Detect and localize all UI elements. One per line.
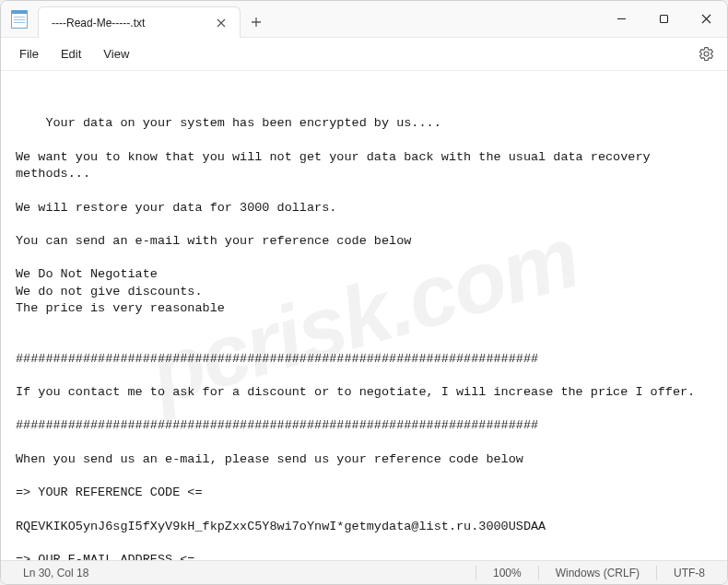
window-controls <box>600 1 727 37</box>
app-icon <box>1 1 38 37</box>
text-editor-area[interactable]: pcrisk.com Your data on your system has … <box>1 71 727 560</box>
line-ending: Windows (CRLF) <box>539 567 656 579</box>
titlebar: ----Read-Me-----.txt <box>1 1 727 38</box>
menu-edit[interactable]: Edit <box>50 41 92 66</box>
document-tab[interactable]: ----Read-Me-----.txt <box>38 6 241 38</box>
notepad-window: ----Read-Me-----.txt File Edit View <box>0 0 728 585</box>
menu-view[interactable]: View <box>92 41 140 66</box>
cursor-position: Ln 30, Col 18 <box>6 567 105 579</box>
notepad-icon <box>11 10 28 29</box>
statusbar: Ln 30, Col 18 100% Windows (CRLF) UTF-8 <box>1 560 727 584</box>
document-text: Your data on your system has been encryp… <box>16 116 695 560</box>
new-tab-button[interactable] <box>241 6 272 37</box>
maximize-button[interactable] <box>642 1 685 37</box>
settings-button[interactable] <box>692 41 720 68</box>
minimize-button[interactable] <box>600 1 642 37</box>
titlebar-drag-area[interactable] <box>272 1 600 37</box>
svg-rect-0 <box>660 16 667 23</box>
menu-file[interactable]: File <box>8 41 50 66</box>
zoom-level[interactable]: 100% <box>476 567 538 579</box>
encoding: UTF-8 <box>657 567 722 579</box>
tab-title: ----Read-Me-----.txt <box>52 17 212 29</box>
close-window-button[interactable] <box>685 1 727 37</box>
menubar: File Edit View <box>1 38 727 71</box>
gear-icon <box>699 46 714 62</box>
close-tab-button[interactable] <box>212 14 230 32</box>
